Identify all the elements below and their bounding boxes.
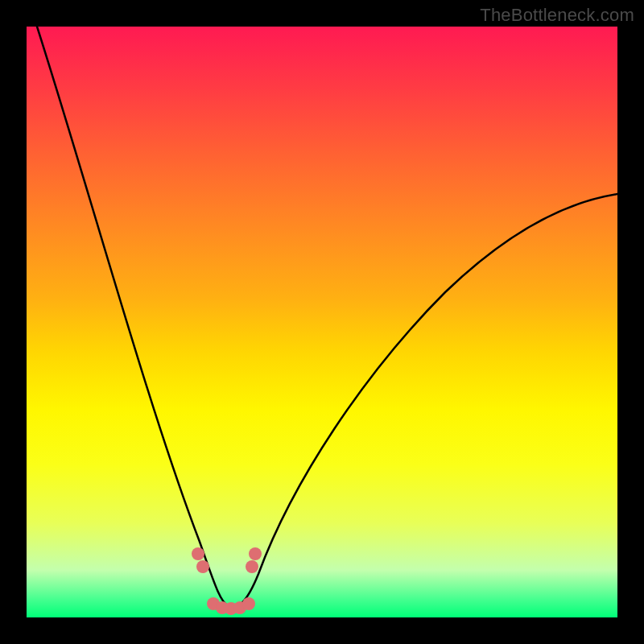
watermark-text: TheBottleneck.com xyxy=(480,5,634,26)
bottleneck-curve xyxy=(27,27,617,617)
plot-area xyxy=(27,27,617,617)
dot xyxy=(216,601,229,614)
dot xyxy=(242,597,255,610)
dot xyxy=(246,560,258,573)
dot-cluster xyxy=(27,27,617,617)
dot xyxy=(207,597,220,610)
dot xyxy=(192,547,204,560)
curve-path xyxy=(37,27,617,607)
dot xyxy=(249,547,262,560)
dot xyxy=(225,602,237,615)
dot xyxy=(233,601,246,614)
chart-frame: TheBottleneck.com xyxy=(0,0,644,644)
dot xyxy=(196,560,209,573)
